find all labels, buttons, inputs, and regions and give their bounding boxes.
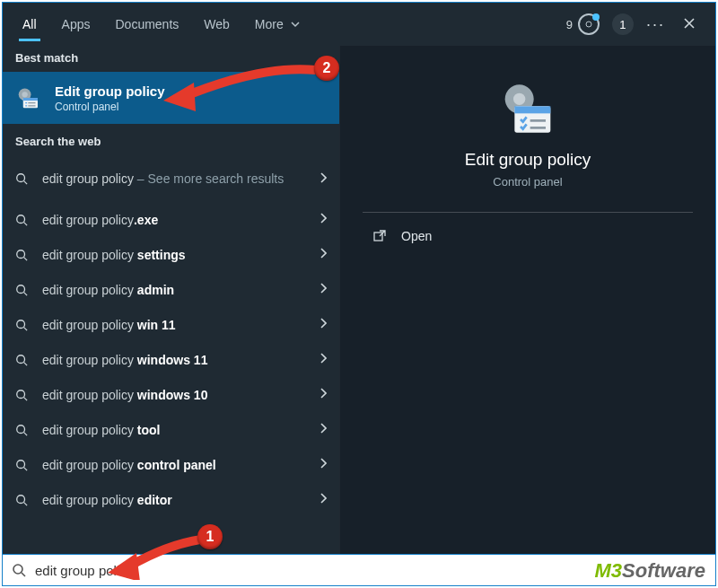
chevron-right-icon: [320, 213, 327, 226]
search-icon: [15, 172, 30, 185]
open-label: Open: [401, 229, 432, 243]
search-icon: [15, 354, 30, 366]
tab-all[interactable]: All: [10, 6, 49, 42]
svg-rect-4: [23, 98, 38, 101]
watermark: M3Software: [595, 559, 705, 583]
svg-rect-18: [514, 106, 550, 113]
web-result-text: edit group policy tool: [42, 423, 320, 437]
svg-rect-19: [374, 233, 382, 241]
search-icon: [15, 214, 30, 226]
svg-point-8: [17, 285, 25, 293]
search-web-header: Search the web: [3, 124, 339, 155]
search-icon: [15, 249, 30, 261]
tab-label: More: [255, 17, 284, 31]
svg-point-6: [17, 215, 25, 223]
more-options-button[interactable]: ···: [646, 15, 665, 34]
rewards-count: 9: [566, 18, 573, 31]
tab-documents[interactable]: Documents: [102, 6, 191, 42]
top-right-controls: 9 1 ···: [566, 13, 708, 35]
details-pane: Edit group policy Control panel Open: [340, 46, 715, 259]
watermark-software: Software: [622, 559, 705, 582]
web-result-text: edit group policy.exe: [42, 213, 320, 227]
svg-point-12: [17, 425, 25, 433]
scope-tabs: All Apps Documents Web More 9 1 ···: [3, 3, 715, 46]
tab-label: Documents: [115, 17, 179, 31]
svg-point-2: [22, 92, 28, 97]
web-result-item[interactable]: edit group policy windows 10: [3, 377, 339, 412]
search-icon: [15, 424, 30, 436]
web-result-text: edit group policy windows 11: [42, 353, 320, 367]
details-subtitle: Control panel: [493, 175, 562, 189]
web-result-item[interactable]: edit group policy admin: [3, 272, 339, 307]
web-result-text: edit group policy editor: [42, 493, 320, 507]
svg-marker-21: [163, 83, 196, 111]
results-column: Best match Edit group policy Control pan…: [3, 46, 339, 554]
search-icon: [15, 459, 30, 471]
annotation-step-1: 1: [197, 524, 223, 549]
best-match-title: Edit group policy: [55, 83, 165, 99]
annotation-arrow-2: [163, 63, 320, 112]
web-result-text: edit group policy admin: [42, 283, 320, 297]
tab-label: Apps: [62, 17, 91, 31]
svg-point-20: [13, 565, 22, 574]
details-column: Edit group policy Control panel Open: [339, 46, 715, 554]
rewards-icon[interactable]: [578, 13, 600, 35]
svg-marker-22: [108, 553, 140, 580]
chevron-right-icon: [320, 388, 327, 401]
close-button[interactable]: [678, 15, 701, 34]
web-results-list: edit group policy – See more search resu…: [3, 155, 339, 517]
open-icon: [372, 229, 387, 243]
web-result-item[interactable]: edit group policy – See more search resu…: [3, 155, 339, 202]
annotation-label: 2: [323, 60, 331, 76]
tab-web[interactable]: Web: [191, 6, 242, 42]
web-result-item[interactable]: edit group policy settings: [3, 237, 339, 272]
web-result-text: edit group policy – See more search resu…: [42, 171, 320, 186]
search-icon: [15, 284, 30, 296]
chevron-right-icon: [320, 423, 327, 436]
tab-apps[interactable]: Apps: [49, 6, 103, 42]
web-result-item[interactable]: edit group policy win 11: [3, 307, 339, 342]
content-split: Best match Edit group policy Control pan…: [3, 46, 715, 554]
svg-point-11: [17, 390, 25, 398]
open-action[interactable]: Open: [340, 213, 715, 259]
svg-point-0: [586, 22, 591, 27]
chevron-right-icon: [320, 248, 327, 261]
search-icon: [15, 319, 30, 331]
profile-badge[interactable]: 1: [612, 13, 634, 35]
chevron-right-icon: [320, 353, 327, 366]
details-title: Edit group policy: [465, 150, 591, 170]
web-result-item[interactable]: edit group policy control panel: [3, 447, 339, 482]
chevron-right-icon: [320, 172, 327, 186]
web-result-text: edit group policy control panel: [42, 458, 320, 472]
tab-more[interactable]: More: [242, 6, 312, 42]
best-match-subtitle: Control panel: [55, 101, 165, 113]
web-result-text: edit group policy settings: [42, 248, 320, 262]
watermark-m3: M3: [595, 559, 623, 582]
search-icon: [15, 494, 30, 506]
svg-point-16: [513, 93, 525, 105]
chevron-right-icon: [320, 318, 327, 331]
tab-label: All: [22, 17, 37, 31]
chevron-right-icon: [320, 458, 327, 471]
web-result-text: edit group policy win 11: [42, 318, 320, 332]
svg-point-9: [17, 320, 25, 328]
profile-number: 1: [619, 18, 626, 31]
medal-icon: [580, 15, 598, 33]
web-result-text: edit group policy windows 10: [42, 388, 320, 402]
web-result-item[interactable]: edit group policy editor: [3, 482, 339, 517]
svg-point-13: [17, 460, 25, 468]
search-icon: [15, 389, 30, 401]
tab-label: Web: [204, 17, 230, 31]
svg-point-14: [17, 495, 25, 503]
annotation-step-2: 2: [314, 56, 339, 81]
web-result-item[interactable]: edit group policy.exe: [3, 202, 339, 237]
gpedit-icon: [499, 80, 556, 137]
web-result-item[interactable]: edit group policy tool: [3, 412, 339, 447]
web-result-item[interactable]: edit group policy windows 11: [3, 342, 339, 377]
gpedit-icon: [15, 84, 42, 111]
best-match-text: Edit group policy Control panel: [55, 83, 165, 113]
chevron-right-icon: [320, 283, 327, 296]
chevron-right-icon: [320, 493, 327, 506]
windows-search-panel: All Apps Documents Web More 9 1 ···: [2, 2, 716, 555]
annotation-label: 1: [206, 529, 215, 545]
